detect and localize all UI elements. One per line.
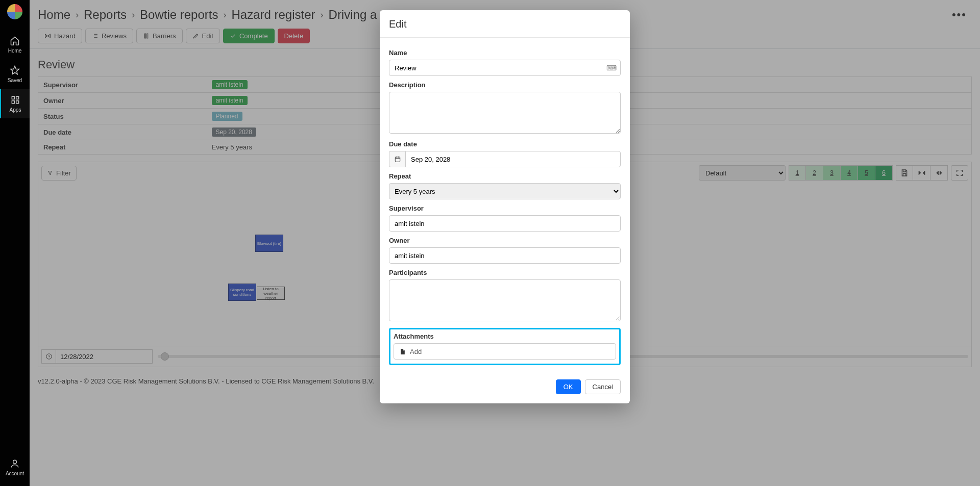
modal-title: Edit — [380, 10, 630, 38]
owner-input[interactable] — [389, 247, 621, 264]
ok-button[interactable]: OK — [556, 379, 581, 394]
svg-rect-14 — [395, 157, 400, 162]
sidebar-item-apps[interactable]: Apps — [0, 89, 30, 118]
button-label: Add — [410, 348, 422, 355]
sidebar: Home Saved Apps Account — [0, 0, 30, 486]
sidebar-item-label: Apps — [10, 107, 21, 113]
svg-rect-1 — [16, 96, 19, 99]
participants-label: Participants — [389, 269, 621, 276]
sidebar-item-home[interactable]: Home — [0, 30, 30, 59]
name-input[interactable] — [389, 60, 621, 76]
sidebar-item-saved[interactable]: Saved — [0, 59, 30, 89]
home-icon — [10, 36, 20, 46]
sidebar-item-label: Account — [6, 471, 24, 476]
keyboard-icon: ⌨ — [606, 64, 617, 72]
apps-icon — [10, 95, 20, 105]
sidebar-item-label: Saved — [8, 78, 22, 83]
sidebar-item-account[interactable]: Account — [0, 452, 30, 482]
app-logo — [7, 4, 22, 19]
edit-modal: Edit Name ⌨ Description Due date Repeat — [380, 10, 630, 403]
supervisor-label: Supervisor — [389, 204, 621, 212]
cancel-button[interactable]: Cancel — [585, 379, 621, 394]
calendar-icon[interactable] — [389, 151, 405, 167]
sidebar-item-label: Home — [8, 48, 22, 54]
svg-rect-2 — [12, 100, 14, 103]
repeat-label: Repeat — [389, 172, 621, 180]
repeat-select[interactable]: Every 5 years — [389, 183, 621, 199]
owner-label: Owner — [389, 237, 621, 244]
modal-overlay: Edit Name ⌨ Description Due date Repeat — [30, 0, 980, 486]
svg-rect-0 — [12, 96, 14, 99]
add-attachment-button[interactable]: Add — [394, 343, 616, 360]
description-input[interactable] — [389, 92, 621, 134]
description-label: Description — [389, 81, 621, 89]
svg-point-4 — [13, 460, 17, 464]
svg-rect-3 — [16, 100, 19, 103]
attachments-section: Attachments Add — [389, 328, 621, 365]
user-icon — [10, 458, 20, 469]
supervisor-input[interactable] — [389, 215, 621, 232]
due-date-input[interactable] — [405, 151, 621, 167]
name-label: Name — [389, 49, 621, 57]
participants-input[interactable] — [389, 279, 621, 321]
file-icon — [399, 348, 406, 355]
due-date-label: Due date — [389, 140, 621, 148]
star-icon — [10, 65, 20, 75]
attachments-label: Attachments — [394, 332, 616, 340]
